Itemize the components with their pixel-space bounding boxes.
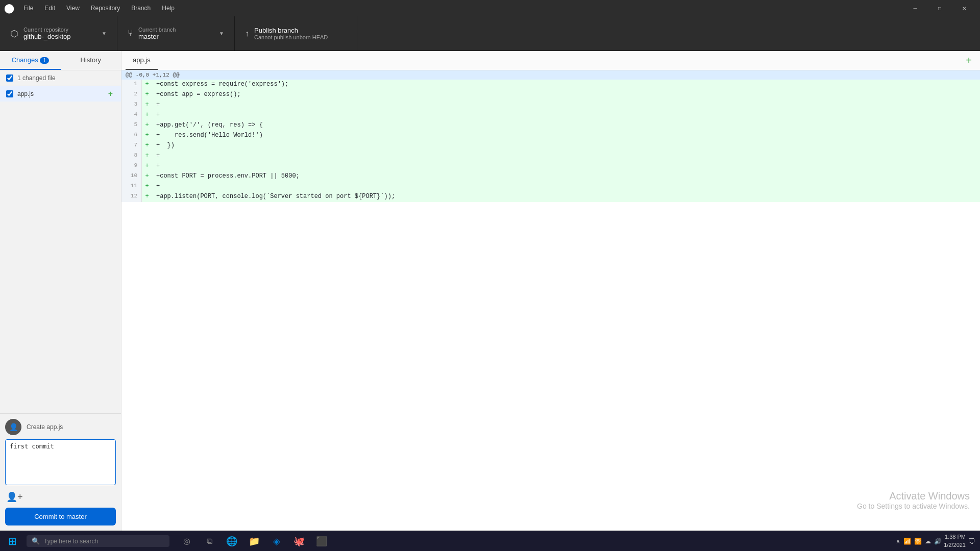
publish-label: Publish branch: [254, 27, 328, 34]
line-marker: +: [142, 141, 152, 151]
github-desktop-taskbar-icon: 🐙: [293, 536, 305, 547]
changes-badge: 1: [40, 57, 49, 64]
line-code: +: [152, 110, 980, 120]
line-code: + }): [152, 141, 980, 151]
menu-repository[interactable]: Repository: [86, 3, 125, 14]
diff-line: 10++const PORT = process.env.PORT || 500…: [121, 171, 980, 182]
line-number: 4: [121, 110, 142, 120]
taskbar-search[interactable]: 🔍 Type here to search: [27, 535, 169, 547]
line-code: +: [152, 151, 980, 161]
line-number: 10: [121, 171, 142, 182]
branch-label: Current branch: [138, 27, 176, 33]
terminal-icon: ⬛: [316, 536, 327, 547]
taskbar-clock[interactable]: 1:38 PM 1/2/2021: [944, 533, 966, 549]
menu-edit[interactable]: Edit: [39, 3, 60, 14]
taskbar-explorer[interactable]: 📁: [243, 531, 265, 552]
volume-icon[interactable]: 🔊: [934, 538, 942, 545]
taskbar-apps: ◎ ⧉ 🌐 📁 ◈ 🐙 ⬛: [176, 531, 333, 552]
diff-line: 12++app.listen(PORT, console.log(`Server…: [121, 192, 980, 202]
diff-hunk-header: @@ -0,0 +1,12 @@: [121, 70, 980, 80]
diff-line: 1++const express = require('express');: [121, 80, 980, 90]
start-button[interactable]: ⊞: [0, 531, 24, 552]
commit-author: 👤 Create app.js: [5, 419, 116, 435]
file-item-appjs[interactable]: app.js +: [0, 86, 121, 102]
tab-changes[interactable]: Changes 1: [0, 51, 61, 70]
line-marker: +: [142, 131, 152, 141]
line-marker: +: [142, 110, 152, 120]
maximize-button[interactable]: □: [928, 0, 951, 16]
sidebar: Changes 1 History 1 changed file app.js …: [0, 51, 121, 531]
taskbar-right: ∧ 📶 🛜 ☁ 🔊 1:38 PM 1/2/2021 🗨: [896, 533, 980, 549]
line-number: 3: [121, 100, 142, 110]
tab-history[interactable]: History: [61, 51, 121, 70]
taskbar-terminal[interactable]: ⬛: [310, 531, 333, 552]
file-checkbox-appjs[interactable]: [6, 90, 13, 97]
menu-view[interactable]: View: [61, 3, 85, 14]
line-marker: +: [142, 192, 152, 202]
taskbar-time-value: 1:38 PM: [944, 533, 966, 541]
line-code: +const app = express();: [152, 90, 980, 100]
publish-branch-section[interactable]: ↑ Publish branch Cannot publish unborn H…: [235, 16, 357, 51]
diff-line: 4++: [121, 110, 980, 120]
search-placeholder-text: Type here to search: [44, 538, 98, 545]
wifi-icon: 🛜: [914, 538, 922, 545]
diff-line: 2++const app = express();: [121, 90, 980, 100]
line-code: +app.get('/', (req, res) => {: [152, 120, 980, 131]
line-code: +: [152, 100, 980, 110]
taskbar: ⊞ 🔍 Type here to search ◎ ⧉ 🌐 📁 ◈ 🐙 ⬛ ∧ …: [0, 531, 980, 551]
taskbar-cortana[interactable]: ◎: [176, 531, 198, 552]
explorer-icon: 📁: [249, 536, 260, 547]
changed-files-count: 1 changed file: [17, 74, 56, 82]
diff-line: 6++ res.send('Hello World!'): [121, 131, 980, 141]
line-number: 1: [121, 80, 142, 90]
repo-value: github-_desktop: [23, 33, 71, 40]
diff-area: app.js + @@ -0,0 +1,12 @@ 1++const expre…: [121, 51, 980, 531]
line-code: + res.send('Hello World!'): [152, 131, 980, 141]
line-number: 11: [121, 182, 142, 192]
sidebar-commit-area: 👤 Create app.js 👤+ Commit to master: [0, 413, 121, 531]
menu-help[interactable]: Help: [157, 3, 180, 14]
commit-message-input[interactable]: [5, 439, 116, 485]
current-repo-section[interactable]: ⬡ Current repository github-_desktop ▼: [0, 16, 117, 51]
taskbar-vscode[interactable]: ◈: [265, 531, 288, 552]
diff-line: 5++app.get('/', (req, res) => {: [121, 120, 980, 131]
network-icon: 📶: [903, 538, 911, 545]
taskbar-taskview[interactable]: ⧉: [198, 531, 220, 552]
taskbar-github-desktop[interactable]: 🐙: [288, 531, 310, 552]
menu-branch[interactable]: Branch: [126, 3, 156, 14]
line-code: +const PORT = process.env.PORT || 5000;: [152, 171, 980, 182]
minimize-button[interactable]: ─: [903, 0, 927, 16]
diff-line: 7++ }): [121, 141, 980, 151]
repo-label: Current repository: [23, 27, 71, 33]
notification-icon[interactable]: 🗨: [968, 537, 975, 545]
title-bar-controls: ─ □ ✕: [903, 0, 976, 16]
commit-button[interactable]: Commit to master: [5, 508, 116, 525]
add-coauthor-icon[interactable]: 👤+: [5, 490, 24, 504]
diff-content: @@ -0,0 +1,12 @@ 1++const express = requ…: [121, 70, 980, 531]
title-bar-menu: File Edit View Repository Branch Help: [18, 3, 180, 14]
line-marker: +: [142, 171, 152, 182]
repo-arrow-icon: ▼: [102, 31, 107, 36]
chevron-up-icon[interactable]: ∧: [896, 538, 900, 545]
publish-icon: ↑: [245, 29, 249, 38]
diff-add-file-icon[interactable]: +: [962, 53, 976, 68]
line-code: +app.listen(PORT, console.log(`Server st…: [152, 192, 980, 202]
line-number: 6: [121, 131, 142, 141]
all-files-checkbox[interactable]: [6, 74, 13, 82]
line-number: 2: [121, 90, 142, 100]
diff-line: 8++: [121, 151, 980, 161]
vscode-icon: ◈: [273, 536, 280, 547]
diff-line: 11++: [121, 182, 980, 192]
close-button[interactable]: ✕: [952, 0, 976, 16]
diff-lines-container: 1++const express = require('express');2+…: [121, 80, 980, 202]
file-add-icon[interactable]: +: [106, 89, 115, 98]
search-icon: 🔍: [32, 537, 40, 545]
diff-tab-appjs[interactable]: app.js: [126, 51, 158, 70]
cortana-icon: ◎: [183, 536, 190, 546]
menu-file[interactable]: File: [18, 3, 38, 14]
windows-logo-icon: ⊞: [8, 535, 17, 547]
current-branch-section[interactable]: ⑂ Current branch master ▼: [117, 16, 235, 51]
taskbar-edge[interactable]: 🌐: [220, 531, 243, 552]
avatar: 👤: [5, 419, 21, 435]
line-marker: +: [142, 120, 152, 131]
